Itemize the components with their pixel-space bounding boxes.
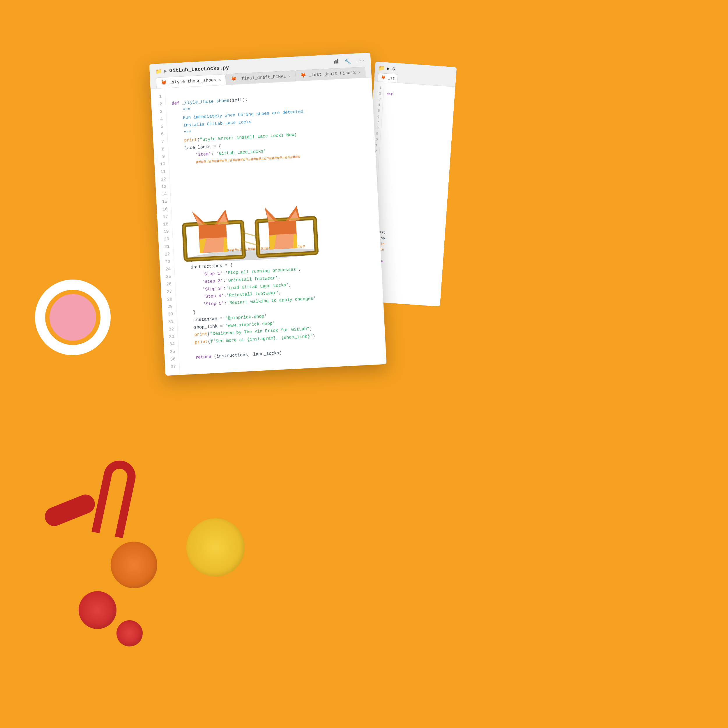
tab3-close-icon[interactable]: ✕ xyxy=(358,70,361,75)
chevron-right-icon: ▶ xyxy=(164,68,167,74)
pompom-orange-medium xyxy=(111,541,157,588)
tab3-fox-icon: 🦊 xyxy=(300,72,306,78)
secondary-tab-active[interactable]: 🦊 _st xyxy=(378,73,398,83)
lace-locks-pin-svg xyxy=(171,190,331,265)
card-icons-group: 🔧 ··· xyxy=(333,57,365,66)
secondary-filename: ▶ G xyxy=(387,66,395,72)
secondary-title-left: 📁 ▶ G xyxy=(378,65,395,72)
tab2-label: _final_draft_FINAL xyxy=(239,74,286,81)
svg-rect-2 xyxy=(337,59,338,63)
product-image-area xyxy=(170,165,374,242)
title-left: 📁 ▶ GitLab_LaceLocks.py xyxy=(155,64,229,75)
tab3-label: _test_draft_Final2 xyxy=(308,70,356,78)
tab2-fox-icon: 🦊 xyxy=(231,76,237,82)
secondary-tab-label: _st xyxy=(388,76,395,81)
chart-icon[interactable] xyxy=(333,58,340,65)
pompom-yellow-large xyxy=(187,518,245,577)
folder-icon: 📁 xyxy=(155,68,162,75)
svg-rect-1 xyxy=(335,60,336,63)
secondary-folder-icon: 📁 xyxy=(378,65,385,71)
tab2-close-icon[interactable]: ✕ xyxy=(288,74,291,78)
code-content: def _style_those_shoes(self): """ Run im… xyxy=(165,78,387,375)
pompom-red-small xyxy=(79,591,116,629)
tab1-close-icon[interactable]: ✕ xyxy=(219,78,221,82)
tab1-fox-icon: 🦊 xyxy=(161,80,167,86)
code-card-main: 📁 ▶ GitLab_LaceLocks.py 🔧 ··· 🦊 xyxy=(149,53,387,376)
pompom-red-tiny xyxy=(116,620,143,647)
code-area: 1234567891011121314151617181920212223242… xyxy=(151,78,387,376)
tab1-label: _style_those_shoes xyxy=(169,78,216,85)
wrench-icon[interactable]: 🔧 xyxy=(344,58,351,65)
secondary-fox-icon: 🦊 xyxy=(381,75,386,80)
more-icon[interactable]: ··· xyxy=(355,57,365,64)
pink-ring-inner xyxy=(49,294,96,341)
svg-rect-0 xyxy=(333,61,335,63)
main-filename: GitLab_LaceLocks.py xyxy=(169,65,229,74)
